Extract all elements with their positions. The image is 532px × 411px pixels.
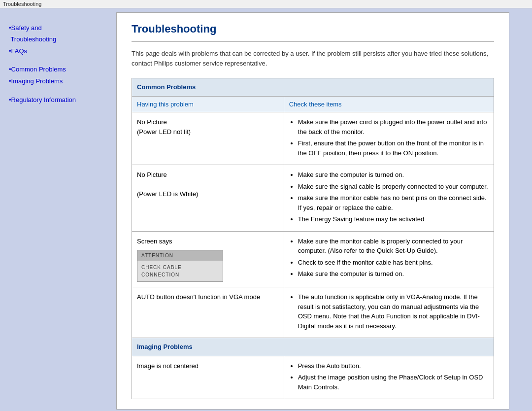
checks-cell: Make sure the monitor cable is properly … — [284, 231, 494, 287]
left-panel: •Safety and Troubleshooting •FAQs •Commo… — [4, 12, 112, 410]
problem-cell: No Picture(Power LED not lit) — [132, 112, 284, 165]
list-item: The auto function is applicable only in … — [298, 292, 489, 331]
checks-cell: Make sure the power cord is plugged into… — [284, 112, 494, 165]
title-bar-text: Troubleshooting — [3, 1, 41, 7]
common-problems-table: Common Problems Having this problem Chec… — [132, 78, 494, 399]
table-row: Image is not centered Press the Auto but… — [132, 356, 494, 399]
sidebar-item-common[interactable]: •Common Problems — [9, 64, 107, 75]
sidebar-item-regulatory[interactable]: •Regulatory Information — [9, 94, 107, 105]
table-row: Screen says ATTENTION CHECK CABLE CONNEC… — [132, 231, 494, 287]
attention-header: ATTENTION — [137, 250, 223, 261]
list-item: make sure the monitor cable has no bent … — [298, 193, 489, 212]
problem-cell: Screen says ATTENTION CHECK CABLE CONNEC… — [132, 231, 284, 287]
attention-body: CHECK CABLE CONNECTION — [137, 261, 223, 281]
checks-cell: Press the Auto button. Adjust the image … — [284, 356, 494, 399]
sidebar-section-2: •Common Problems •Imaging Problems •Regu… — [9, 64, 107, 105]
common-section-header-row: Common Problems — [132, 78, 494, 97]
imaging-problems-header: Imaging Problems — [132, 338, 494, 356]
list-item: Check to see if the monitor cable has be… — [298, 258, 489, 268]
sidebar-nav: •Safety and Troubleshooting •FAQs •Commo… — [4, 12, 112, 122]
list-item: Make sure the monitor cable is properly … — [298, 237, 489, 256]
table-row: No Picture(Power LED not lit) Make sure … — [132, 112, 494, 165]
list-item: First, ensure that the power button on t… — [298, 138, 489, 158]
title-bar: Troubleshooting — [0, 0, 532, 8]
divider — [132, 41, 494, 42]
attention-box: ATTENTION CHECK CABLE CONNECTION — [137, 250, 223, 282]
page-title: Troubleshooting — [132, 23, 494, 35]
problem-cell: AUTO button doesn't function in VGA mode — [132, 287, 284, 338]
screen-says-text: Screen says — [137, 238, 172, 245]
sidebar-item-imaging[interactable]: •Imaging Problems — [9, 75, 107, 87]
problem-cell: Image is not centered — [132, 356, 284, 399]
intro-text: This page deals with problems that can b… — [132, 49, 494, 68]
list-item: Make sure the computer is turned on. — [298, 170, 489, 180]
common-col2-header: Check these items — [284, 96, 494, 112]
list-item: Adjust the image position using the Phas… — [298, 373, 489, 392]
list-item: Make sure the computer is turned on. — [298, 269, 489, 279]
common-problems-header: Common Problems — [132, 78, 494, 97]
sidebar-item-faqs[interactable]: •FAQs — [9, 45, 107, 57]
list-item: Make sure the signal cable is properly c… — [298, 182, 489, 192]
checks-cell: Make sure the computer is turned on. Mak… — [284, 165, 494, 232]
sidebar-item-safety[interactable]: •Safety and Troubleshooting — [9, 22, 107, 45]
list-item: Make sure the power cord is plugged into… — [298, 117, 489, 137]
common-col1-header: Having this problem — [132, 96, 284, 112]
common-col-header-row: Having this problem Check these items — [132, 96, 494, 112]
problem-cell: No Picture(Power LED is White) — [132, 165, 284, 232]
list-item: The Energy Saving feature may be activat… — [298, 214, 489, 224]
sidebar-section-1: •Safety and Troubleshooting •FAQs — [9, 22, 107, 57]
checks-cell: The auto function is applicable only in … — [284, 287, 494, 338]
imaging-section-header-row: Imaging Problems — [132, 338, 494, 356]
table-row: AUTO button doesn't function in VGA mode… — [132, 287, 494, 338]
list-item: Press the Auto button. — [298, 361, 489, 371]
table-row: No Picture(Power LED is White) Make sure… — [132, 165, 494, 232]
content-area: Troubleshooting This page deals with pro… — [116, 12, 509, 410]
right-panel — [513, 12, 528, 410]
